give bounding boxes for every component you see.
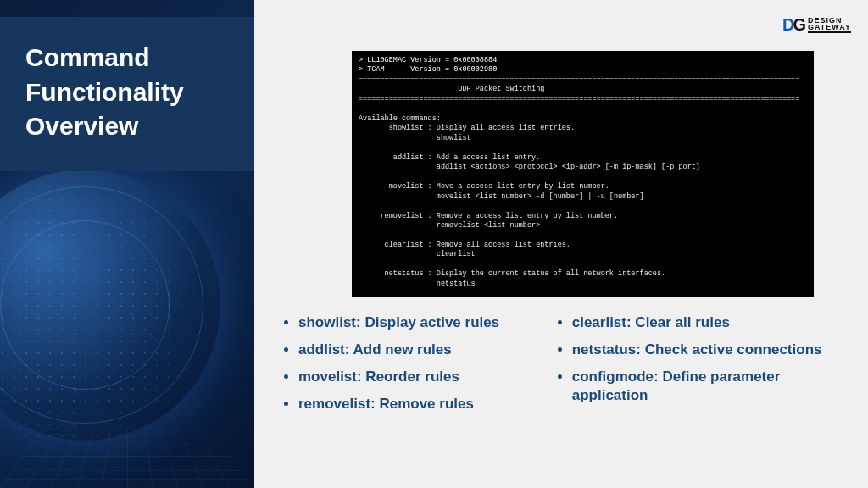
page-title: Command Functionality Overview bbox=[25, 41, 229, 144]
terminal-line: removelist <list number> bbox=[359, 221, 540, 230]
terminal-line: netstatus : Display the current status o… bbox=[359, 269, 665, 278]
list-item: showlist: Display active rules bbox=[298, 313, 537, 332]
terminal-line: movelist : Move a access list entry by l… bbox=[359, 182, 609, 191]
terminal-line: removelist : Remove a access list entry … bbox=[359, 212, 618, 220]
list-item: configmode: Define parameter application bbox=[572, 368, 856, 405]
terminal-line: showlist bbox=[359, 134, 471, 142]
globe-dots bbox=[0, 169, 220, 441]
title-box: Command Functionality Overview bbox=[0, 17, 254, 171]
list-item: addlist: Add new rules bbox=[298, 341, 537, 359]
bullet-column-1: showlist: Display active rules addlist: … bbox=[280, 313, 537, 422]
terminal-banner: UDP Packet Switching bbox=[359, 85, 544, 93]
terminal-line: clearlist bbox=[359, 250, 476, 258]
terminal-line: addlist : Add a access list entry. bbox=[359, 153, 540, 162]
logo-mark: DG bbox=[782, 15, 804, 35]
terminal-line: netstatus bbox=[359, 280, 476, 288]
terminal-line: > TCAM Version = 0x00002980 bbox=[359, 65, 497, 74]
left-panel: Command Functionality Overview bbox=[0, 0, 254, 488]
logo-text: DESIGNGATEWAY bbox=[808, 17, 851, 33]
globe-graphic bbox=[0, 169, 220, 441]
terminal-line: movelist <list number> -d [number] | -u … bbox=[359, 192, 644, 201]
terminal-line: showlist : Display all access list entri… bbox=[359, 124, 575, 132]
terminal-separator: ========================================… bbox=[359, 75, 799, 84]
list-item: clearlist: Clear all rules bbox=[572, 313, 856, 332]
logo: DG DESIGNGATEWAY bbox=[782, 15, 851, 35]
bullet-column-2: clearlist: Clear all rules netstatus: Ch… bbox=[554, 313, 856, 422]
terminal-separator: ========================================… bbox=[359, 95, 799, 103]
terminal-line: > LL10GEMAC Version = 0x00008884 bbox=[359, 56, 497, 64]
list-item: movelist: Reorder rules bbox=[298, 368, 537, 386]
list-item: netstatus: Check active connections bbox=[572, 341, 856, 359]
terminal-line: Available commands: bbox=[359, 114, 441, 123]
terminal-line: clearlist : Remove all access list entri… bbox=[359, 241, 570, 249]
terminal-screenshot: > LL10GEMAC Version = 0x00008884 > TCAM … bbox=[352, 51, 814, 297]
list-item: removelist: Remove rules bbox=[298, 395, 537, 413]
terminal-line: addlist <actions> <protocol> <ip-addr> [… bbox=[359, 163, 700, 171]
bullet-summary: showlist: Display active rules addlist: … bbox=[280, 313, 856, 422]
